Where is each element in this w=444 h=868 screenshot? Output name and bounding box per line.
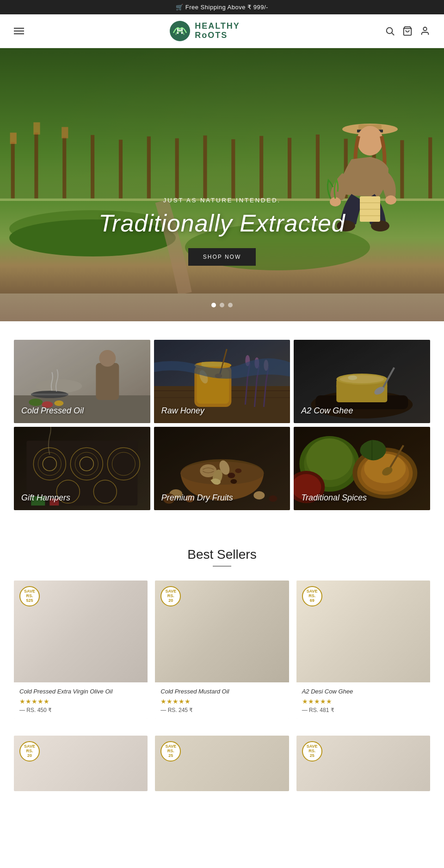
cat-label-gift: Gift Hampers <box>21 493 70 503</box>
hero-section: JUST AS NATURE INTENDED. Traditionally E… <box>0 48 444 321</box>
svg-rect-8 <box>11 142 15 199</box>
save-line3: 525 <box>26 599 33 603</box>
cat-label-spices: Traditional Spices <box>301 493 367 503</box>
products-grid: SAVE RS. 525 Cold Pressed Extra Virgin O… <box>14 581 430 719</box>
cart-icon[interactable] <box>402 26 413 36</box>
product-name-3: A2 Desi Cow Ghee <box>302 688 425 695</box>
category-cold-pressed-oil[interactable]: Cold Pressed Oil <box>14 340 150 423</box>
svg-rect-26 <box>62 127 68 138</box>
svg-rect-25 <box>33 122 40 134</box>
save-badge-b2: SAVE RS. 25 <box>160 741 181 762</box>
hero-title: Traditionally Extracted <box>18 209 426 237</box>
product-info-1: Cold Pressed Extra Virgin Olive Oil ★★★★… <box>14 682 148 719</box>
hero-subtitle: JUST AS NATURE INTENDED. <box>18 197 426 204</box>
product-card-bottom-2[interactable]: SAVE RS. 25 <box>155 736 289 791</box>
cat-label-honey: Raw Honey <box>161 406 204 416</box>
save-badge-3: SAVE RS. 69 <box>302 586 322 606</box>
product-info-2: Cold Pressed Mustard Oil ★★★★★ — RS. 245… <box>155 682 289 719</box>
search-icon[interactable] <box>385 26 395 36</box>
best-sellers-title: Best Sellers <box>14 547 430 562</box>
svg-rect-13 <box>147 137 151 199</box>
svg-point-2 <box>387 28 393 34</box>
hero-content: JUST AS NATURE INTENDED. Traditionally E… <box>0 197 444 266</box>
section-divider <box>213 566 231 567</box>
product-info-3: A2 Desi Cow Ghee ★★★★★ — RS. 481 ₹ <box>296 682 430 719</box>
svg-rect-14 <box>175 138 179 199</box>
product-card-mustard-oil[interactable]: SAVE RS. 20 Cold Pressed Mustard Oil ★★★… <box>155 581 289 719</box>
top-bar: 🛒 Free Shipping Above ₹ 999/- <box>0 0 444 14</box>
svg-rect-23 <box>428 137 432 199</box>
product-stars-1: ★★★★★ <box>19 698 142 705</box>
product-name-1: Cold Pressed Extra Virgin Olive Oil <box>19 688 142 695</box>
product-stars-2: ★★★★★ <box>160 698 283 705</box>
category-spices[interactable]: Traditional Spices <box>294 427 430 510</box>
category-raw-honey[interactable]: Raw Honey <box>154 340 290 423</box>
svg-rect-24 <box>10 133 17 144</box>
svg-rect-15 <box>203 136 207 199</box>
cat-label-cold-oil: Cold Pressed Oil <box>21 406 84 416</box>
product-card-olive-oil[interactable]: SAVE RS. 525 Cold Pressed Extra Virgin O… <box>14 581 148 719</box>
product-price-3: — RS. 481 ₹ <box>302 707 425 713</box>
svg-rect-17 <box>259 136 263 199</box>
product-card-bottom-1[interactable]: SAVE RS. 20 <box>14 736 148 791</box>
hero-dots <box>211 303 233 307</box>
products-grid-bottom: SAVE RS. 20 SAVE RS. 25 SAVE RS. 25 <box>0 728 444 810</box>
svg-rect-11 <box>91 135 94 199</box>
categories-section: Cold Pressed Oil <box>0 321 444 529</box>
account-icon[interactable] <box>420 26 430 36</box>
svg-point-5 <box>423 27 426 31</box>
save-line3-2: 20 <box>168 599 173 603</box>
cat-label-dryfruits: Premium Dry Fruits <box>161 493 233 503</box>
svg-point-34 <box>357 126 383 156</box>
product-stars-3: ★★★★★ <box>302 698 425 705</box>
category-cow-ghee[interactable]: A2 Cow Ghee <box>294 340 430 423</box>
svg-rect-12 <box>119 140 123 199</box>
product-name-2: Cold Pressed Mustard Oil <box>160 688 283 695</box>
save-line3-3: 69 <box>310 599 314 603</box>
svg-text:H: H <box>177 25 183 36</box>
product-price-2: — RS. 245 ₹ <box>160 707 283 713</box>
dot-3[interactable] <box>228 303 233 307</box>
dot-2[interactable] <box>220 303 224 307</box>
shop-now-button[interactable]: SHOP NOW <box>188 248 256 266</box>
logo-icon: H <box>169 20 191 42</box>
svg-rect-9 <box>34 133 38 199</box>
cat-label-ghee: A2 Cow Ghee <box>301 406 353 416</box>
category-gift-hampers[interactable]: Gift Hampers <box>14 427 150 510</box>
product-card-ghee[interactable]: SAVE RS. 69 A2 Desi Cow Ghee ★★★★★ — RS.… <box>296 581 430 719</box>
dot-1[interactable] <box>211 303 216 307</box>
save-badge-2: SAVE RS. 20 <box>160 586 181 606</box>
product-card-bottom-3[interactable]: SAVE RS. 25 <box>296 736 430 791</box>
svg-line-3 <box>392 33 394 35</box>
logo-text: HEALTHY RoOTS <box>195 22 240 40</box>
categories-grid: Cold Pressed Oil <box>14 340 430 510</box>
header-icons <box>385 26 430 36</box>
save-badge-b1: SAVE RS. 20 <box>19 741 40 762</box>
shipping-notice: 🛒 Free Shipping Above ₹ 999/- <box>176 4 268 11</box>
category-dry-fruits[interactable]: Premium Dry Fruits <box>154 427 290 510</box>
save-badge-b3: SAVE RS. 25 <box>302 741 322 762</box>
product-price-1: — RS. 450 ₹ <box>19 707 142 713</box>
best-sellers-section: Best Sellers SAVE RS. 525 Cold Pressed E… <box>0 529 444 728</box>
save-badge-1: SAVE RS. 525 <box>19 586 40 606</box>
hamburger-menu[interactable] <box>14 28 24 34</box>
svg-rect-16 <box>231 139 235 199</box>
logo[interactable]: H HEALTHY RoOTS <box>169 20 240 42</box>
svg-rect-10 <box>62 137 66 199</box>
header: H HEALTHY RoOTS <box>0 14 444 48</box>
